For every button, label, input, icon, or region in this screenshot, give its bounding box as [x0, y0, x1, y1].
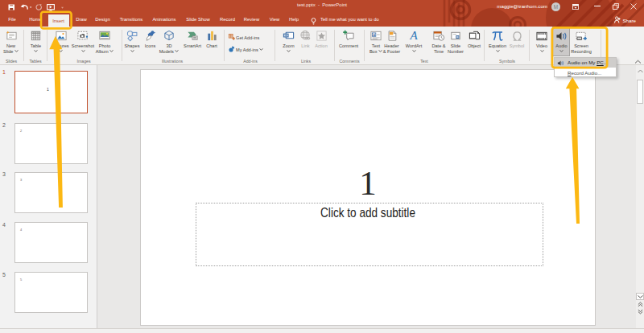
svg-text:A: A: [409, 29, 418, 42]
